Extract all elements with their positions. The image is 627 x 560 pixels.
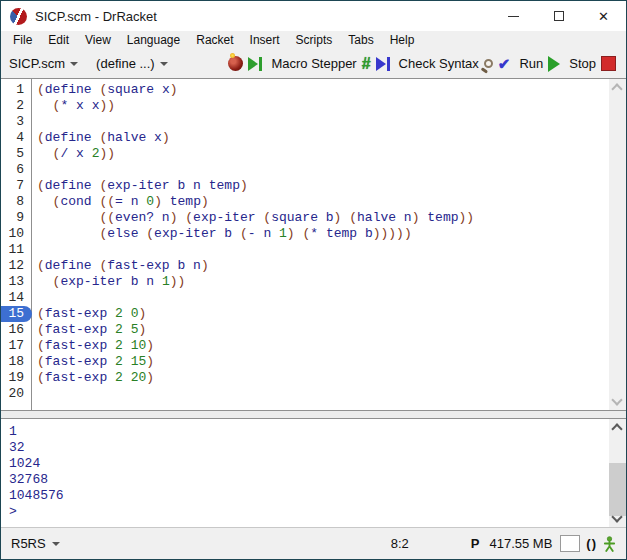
code-text: (* x x)) xyxy=(37,98,115,114)
file-dropdown[interactable]: SICP.scm xyxy=(9,56,78,71)
code-line[interactable]: 10 (else (exp-iter b (- n 1) (* temp b))… xyxy=(1,226,609,242)
line-number: 4 xyxy=(1,130,32,146)
language-selector[interactable]: R5RS xyxy=(11,536,60,551)
code-text: (else (exp-iter b (- n 1) (* temp b))))) xyxy=(37,226,412,242)
line-number: 8 xyxy=(1,194,32,210)
debug-button[interactable] xyxy=(228,56,262,71)
scrollbar-thumb[interactable] xyxy=(609,463,626,516)
code-line[interactable]: 1(define (square x) xyxy=(1,82,609,98)
cursor-position: 8:2 xyxy=(391,536,409,551)
paren-match-toggle[interactable]: () xyxy=(586,536,597,551)
code-line[interactable]: 13 (exp-iter b n 1)) xyxy=(1,274,609,290)
drracket-window: SICP.scm - DrRacket ✕ FileEditViewLangua… xyxy=(0,0,627,560)
line-number: 6 xyxy=(1,162,32,178)
code-line[interactable]: 20 xyxy=(1,386,609,402)
interactions-output-value: 1 xyxy=(9,424,609,440)
pane-splitter[interactable] xyxy=(1,411,626,418)
line-number: 3 xyxy=(1,114,32,130)
code-line[interactable]: 9 ((even? n) (exp-iter (square b) (halve… xyxy=(1,210,609,226)
code-line[interactable]: 2 (* x x)) xyxy=(1,98,609,114)
line-number: 12 xyxy=(1,258,32,274)
status-bar: R5RS 8:2 P 417.55 MB () xyxy=(1,527,626,559)
hash-icon: # xyxy=(362,55,371,73)
line-number: 18 xyxy=(1,354,32,370)
close-button[interactable]: ✕ xyxy=(581,1,626,31)
chevron-down-icon xyxy=(52,542,60,546)
menu-item-racket[interactable]: Racket xyxy=(188,32,241,48)
scroll-down-icon[interactable] xyxy=(611,394,622,405)
line-number: 13 xyxy=(1,274,32,290)
menu-item-tabs[interactable]: Tabs xyxy=(340,32,381,48)
code-line[interactable]: 6 xyxy=(1,162,609,178)
run-button[interactable]: Run xyxy=(519,56,560,72)
memory-box xyxy=(560,535,580,552)
menu-item-scripts[interactable]: Scripts xyxy=(288,32,341,48)
definitions-pane[interactable]: 1(define (square x)2 (* x x))34(define (… xyxy=(1,79,626,411)
interactions-prompt[interactable]: > xyxy=(9,504,609,520)
scroll-up-icon[interactable] xyxy=(611,83,622,94)
menu-item-file[interactable]: File xyxy=(5,32,40,48)
code-text: (fast-exp 2 10) xyxy=(37,338,154,354)
stop-button[interactable]: Stop xyxy=(569,56,616,71)
code-line[interactable]: 4(define (halve x) xyxy=(1,130,609,146)
interactions-output-area[interactable]: 1321024327681048576> xyxy=(1,419,609,527)
line-number: 11 xyxy=(1,242,32,258)
line-number: 9 xyxy=(1,210,32,226)
code-text: (/ x 2)) xyxy=(37,146,115,162)
code-line[interactable]: 15(fast-exp 2 0) xyxy=(1,306,609,322)
macro-stepper-label: Macro Stepper xyxy=(271,56,356,71)
line-number: 15 xyxy=(1,306,32,322)
menu-item-help[interactable]: Help xyxy=(382,32,423,48)
code-area[interactable]: 1(define (square x)2 (* x x))34(define (… xyxy=(1,79,609,410)
paren-mode-indicator[interactable]: P xyxy=(471,536,480,551)
interactions-output-value: 1024 xyxy=(9,456,609,472)
code-line[interactable]: 12(define (fast-exp b n) xyxy=(1,258,609,274)
code-text: (fast-exp 2 5) xyxy=(37,322,146,338)
menu-item-edit[interactable]: Edit xyxy=(40,32,77,48)
interactions-output-value: 32768 xyxy=(9,472,609,488)
code-text: (define (fast-exp b n) xyxy=(37,258,209,274)
maximize-button[interactable] xyxy=(536,1,581,31)
line-number: 1 xyxy=(1,82,32,98)
toolbar-buttons: Macro Stepper # Check Syntax ✔ Run Stop xyxy=(228,55,616,73)
code-line[interactable]: 3 xyxy=(1,114,609,130)
line-number: 16 xyxy=(1,322,32,338)
menu-item-language[interactable]: Language xyxy=(119,32,188,48)
code-line[interactable]: 14 xyxy=(1,290,609,306)
check-syntax-label: Check Syntax xyxy=(399,56,479,71)
code-line[interactable]: 11 xyxy=(1,242,609,258)
code-line[interactable]: 7(define (exp-iter b n temp) xyxy=(1,178,609,194)
run-label: Run xyxy=(519,56,543,71)
code-line[interactable]: 18(fast-exp 2 15) xyxy=(1,354,609,370)
code-line[interactable]: 16(fast-exp 2 5) xyxy=(1,322,609,338)
close-icon: ✕ xyxy=(598,10,609,23)
code-line[interactable]: 5 (/ x 2)) xyxy=(1,146,609,162)
menu-item-view[interactable]: View xyxy=(77,32,119,48)
recycle-figure-icon[interactable] xyxy=(603,536,616,552)
menu-item-insert[interactable]: Insert xyxy=(242,32,288,48)
scroll-up-icon[interactable] xyxy=(611,423,622,434)
interactions-pane[interactable]: 1321024327681048576> xyxy=(1,418,626,527)
code-text: (fast-exp 2 0) xyxy=(37,306,146,322)
macro-stepper-button[interactable]: Macro Stepper # xyxy=(271,55,389,73)
interactions-scrollbar[interactable] xyxy=(609,419,626,527)
toolbar: SICP.scm (define ...) Macro Stepper # xyxy=(1,49,626,79)
window-title: SICP.scm - DrRacket xyxy=(35,9,491,24)
definitions-scrollbar[interactable] xyxy=(609,79,626,410)
run-triangle-icon xyxy=(548,56,560,72)
line-number: 19 xyxy=(1,370,32,386)
define-dropdown[interactable]: (define ...) xyxy=(96,56,168,71)
file-dropdown-label: SICP.scm xyxy=(9,56,65,71)
minimize-icon xyxy=(508,16,519,17)
maximize-icon xyxy=(554,11,564,21)
code-text: (cond ((= n 0) temp) xyxy=(37,194,209,210)
check-syntax-button[interactable]: Check Syntax ✔ xyxy=(399,56,511,71)
code-line[interactable]: 19(fast-exp 2 20) xyxy=(1,370,609,386)
line-number: 5 xyxy=(1,146,32,162)
title-bar[interactable]: SICP.scm - DrRacket ✕ xyxy=(1,1,626,31)
line-number: 14 xyxy=(1,290,32,306)
code-line[interactable]: 8 (cond ((= n 0) temp) xyxy=(1,194,609,210)
minimize-button[interactable] xyxy=(491,1,536,31)
code-line[interactable]: 17(fast-exp 2 10) xyxy=(1,338,609,354)
line-number: 20 xyxy=(1,386,32,402)
